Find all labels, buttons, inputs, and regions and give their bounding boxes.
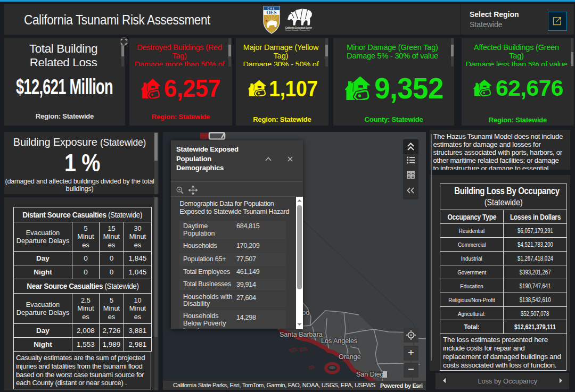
svg-text:OES: OES — [266, 10, 276, 15]
svg-text:Seismic Hazards | Tsunami Unit: Seismic Hazards | Tsunami Unit — [285, 29, 310, 31]
